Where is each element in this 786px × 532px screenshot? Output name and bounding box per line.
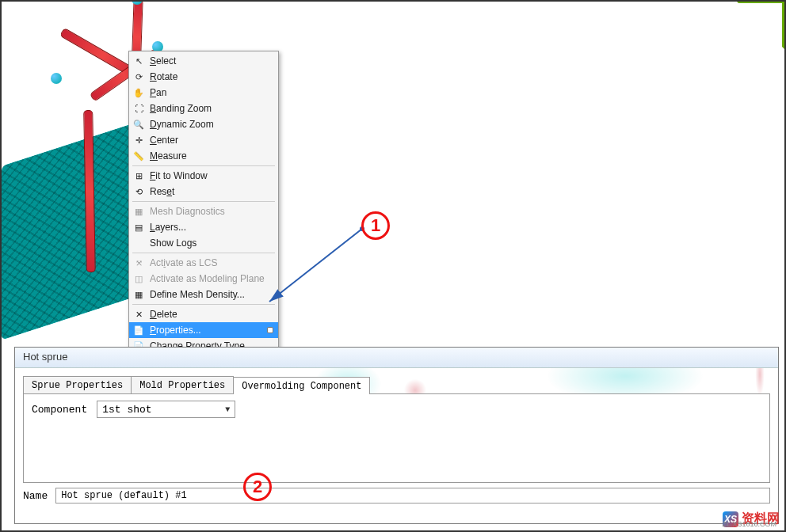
- name-label: Name: [23, 490, 48, 502]
- menu-item-activate-as-lcs: ⤧Activate as LCS: [129, 255, 278, 271]
- menu-item-icon: ▦: [132, 288, 145, 301]
- menu-item-label: Activate as LCS: [150, 257, 273, 268]
- menu-item-icon: ⟲: [132, 185, 145, 198]
- component-value: 1st shot: [102, 404, 151, 416]
- menu-item-label: Layers...: [150, 222, 273, 233]
- menu-item-pan[interactable]: ✋Pan: [129, 85, 278, 101]
- menu-item-icon: 📄: [132, 324, 145, 336]
- menu-item-label: Delete: [150, 309, 273, 320]
- menu-separator: [132, 165, 275, 166]
- menu-item-measure[interactable]: 📏Measure: [129, 148, 278, 164]
- menu-item-activate-as-modeling-plane: ◫Activate as Modeling Plane: [129, 271, 278, 287]
- menu-item-label: Pan: [150, 87, 273, 98]
- watermark-url: ZL.XS1616.COM: [722, 520, 776, 528]
- context-menu: ↖Select⟳Rotate✋Pan⛶Banding Zoom🔍Dynamic …: [128, 51, 279, 356]
- name-input[interactable]: [55, 488, 770, 504]
- menu-item-icon: ✕: [132, 308, 145, 321]
- menu-item-icon: ↖: [132, 55, 145, 67]
- menu-item-rotate[interactable]: ⟳Rotate: [129, 69, 278, 85]
- menu-item-label: Measure: [150, 150, 273, 162]
- dialog-title: Hot sprue: [23, 351, 67, 363]
- menu-item-icon: 🔍: [132, 118, 145, 131]
- menu-item-icon: ✛: [132, 134, 145, 146]
- 3d-viewport[interactable]: ↖Select⟳Rotate✋Pan⛶Banding Zoom🔍Dynamic …: [10, 3, 782, 336]
- menu-item-label: Fit to Window: [150, 170, 273, 181]
- menu-item-label: Select: [150, 55, 273, 66]
- chevron-down-icon: ▼: [225, 405, 230, 414]
- watermark: XS 资料网 ZL.XS1616.COM: [723, 511, 780, 527]
- menu-item-icon: ⤧: [132, 256, 145, 269]
- annotation-number: 2: [253, 477, 262, 497]
- component-dropdown[interactable]: 1st shot ▼: [97, 401, 235, 418]
- menu-item-icon: ⊞: [132, 169, 145, 182]
- menu-item-icon: ⟳: [132, 70, 145, 83]
- node-sphere: [51, 73, 62, 84]
- menu-item-icon: ◫: [132, 272, 145, 285]
- menu-item-label: Properties...: [150, 325, 262, 336]
- menu-item-icon: ⛶: [132, 102, 145, 115]
- menu-separator: [132, 253, 275, 253]
- tab-sprue-properties[interactable]: Sprue Properties: [23, 376, 132, 393]
- menu-item-delete[interactable]: ✕Delete: [129, 306, 278, 322]
- menu-item-marker: [267, 327, 273, 333]
- menu-item-label: Dynamic Zoom: [150, 119, 273, 130]
- menu-item-banding-zoom[interactable]: ⛶Banding Zoom: [129, 101, 278, 116]
- menu-item-show-logs[interactable]: Show Logs: [129, 235, 278, 251]
- menu-separator: [132, 201, 275, 202]
- tab-overmolding-component[interactable]: Overmolding Component: [233, 377, 370, 394]
- annotation-number: 1: [371, 215, 380, 236]
- annotation-circle-2: 2: [243, 473, 272, 501]
- menu-item-layers[interactable]: ▤Layers...: [129, 219, 278, 235]
- tab-panel: Component 1st shot ▼: [23, 394, 770, 483]
- sprue-pipe: [83, 110, 96, 272]
- tab-bar: Sprue PropertiesMold PropertiesOvermoldi…: [23, 376, 770, 394]
- menu-item-dynamic-zoom[interactable]: 🔍Dynamic Zoom: [129, 116, 278, 132]
- menu-item-label: Center: [150, 135, 273, 146]
- menu-item-select[interactable]: ↖Select: [129, 53, 278, 69]
- menu-item-properties[interactable]: 📄Properties...: [129, 322, 278, 338]
- menu-item-label: Reset: [150, 186, 273, 197]
- menu-item-icon: ▤: [132, 221, 145, 234]
- menu-separator: [132, 304, 275, 305]
- menu-item-label: Define Mesh Density...: [150, 289, 273, 300]
- menu-item-icon: ✋: [132, 86, 145, 99]
- menu-item-fit-to-window[interactable]: ⊞Fit to Window: [129, 168, 278, 184]
- menu-item-label: Banding Zoom: [150, 103, 273, 114]
- menu-item-label: Show Logs: [150, 238, 273, 249]
- annotation-circle-1: 1: [361, 211, 390, 240]
- menu-item-center[interactable]: ✛Center: [129, 132, 278, 148]
- menu-item-reset[interactable]: ⟲Reset: [129, 184, 278, 200]
- menu-item-label: Mesh Diagnostics: [150, 206, 273, 217]
- menu-item-mesh-diagnostics: ▦Mesh Diagnostics: [129, 203, 278, 219]
- tab-mold-properties[interactable]: Mold Properties: [131, 376, 234, 393]
- properties-dialog: Hot sprue Sprue PropertiesMold Propertie…: [14, 347, 779, 524]
- component-label: Component: [32, 404, 87, 416]
- menu-item-icon: ▦: [132, 205, 145, 218]
- menu-item-label: Rotate: [150, 71, 273, 82]
- dialog-title-bar[interactable]: Hot sprue: [15, 348, 778, 368]
- svg-line-0: [269, 229, 362, 302]
- menu-item-define-mesh-density[interactable]: ▦Define Mesh Density...: [129, 287, 278, 302]
- menu-item-label: Activate as Modeling Plane: [150, 273, 273, 284]
- annotation-arrow-1: [263, 221, 370, 308]
- menu-item-icon: 📏: [132, 150, 145, 162]
